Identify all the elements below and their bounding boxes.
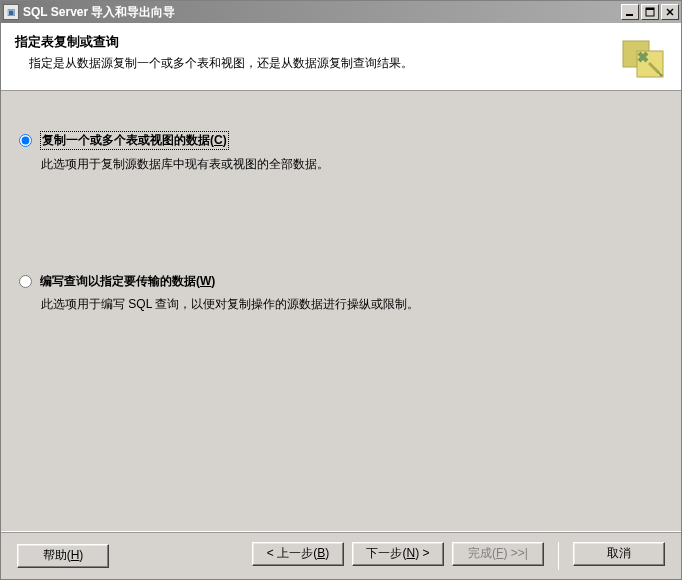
footer: 帮助(H) < 上一步(B) 下一步(N) > 完成(F) >>| 取消 [1, 531, 681, 579]
radio-copy-tables-description: 此选项用于复制源数据库中现有表或视图的全部数据。 [19, 156, 663, 173]
content-area: 复制一个或多个表或视图的数据(C) 此选项用于复制源数据库中现有表或视图的全部数… [1, 91, 681, 531]
page-title: 指定表复制或查询 [15, 33, 609, 51]
page-description: 指定是从数据源复制一个或多个表和视图，还是从数据源复制查询结果。 [15, 55, 609, 72]
radio-write-query-description: 此选项用于编写 SQL 查询，以便对复制操作的源数据进行操纵或限制。 [19, 296, 663, 313]
close-button[interactable] [661, 4, 679, 20]
next-button[interactable]: 下一步(N) > [352, 542, 444, 566]
finish-button: 完成(F) >>| [452, 542, 544, 566]
titlebar: ▣ SQL Server 导入和导出向导 [1, 1, 681, 23]
wizard-icon [619, 33, 667, 81]
radio-copy-tables[interactable] [19, 134, 32, 147]
minimize-button[interactable] [621, 4, 639, 20]
svg-rect-2 [646, 8, 654, 10]
window-controls [619, 4, 679, 20]
back-button[interactable]: < 上一步(B) [252, 542, 344, 566]
header-panel: 指定表复制或查询 指定是从数据源复制一个或多个表和视图，还是从数据源复制查询结果… [1, 23, 681, 91]
option-write-query: 编写查询以指定要传输的数据(W) 此选项用于编写 SQL 查询，以便对复制操作的… [19, 273, 663, 313]
svg-rect-0 [626, 14, 633, 16]
maximize-button[interactable] [641, 4, 659, 20]
radio-write-query-label[interactable]: 编写查询以指定要传输的数据(W) [40, 273, 215, 290]
wizard-window: ▣ SQL Server 导入和导出向导 指定表复制或查询 指定是从数据源复制一… [0, 0, 682, 580]
header-text: 指定表复制或查询 指定是从数据源复制一个或多个表和视图，还是从数据源复制查询结果… [15, 33, 609, 72]
help-button[interactable]: 帮助(H) [17, 544, 109, 568]
radio-copy-tables-label[interactable]: 复制一个或多个表或视图的数据(C) [40, 131, 229, 150]
radio-write-query[interactable] [19, 275, 32, 288]
window-title: SQL Server 导入和导出向导 [23, 4, 619, 21]
cancel-button[interactable]: 取消 [573, 542, 665, 566]
button-separator [558, 542, 559, 570]
app-icon: ▣ [3, 4, 19, 20]
option-copy-tables: 复制一个或多个表或视图的数据(C) 此选项用于复制源数据库中现有表或视图的全部数… [19, 131, 663, 173]
